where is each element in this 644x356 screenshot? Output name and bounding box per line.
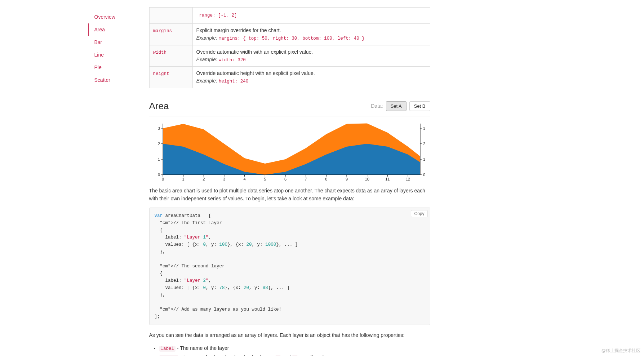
svg-text:5: 5 (264, 177, 266, 181)
example-label: Example: (196, 35, 217, 41)
nav-line[interactable]: Line (88, 49, 146, 61)
svg-text:7: 7 (305, 177, 307, 181)
code-example-block: Copy var areaChartData = [ "cm">// The f… (149, 208, 430, 325)
prop-label-desc: - The name of the layer (176, 345, 229, 351)
area-chart: 012301230123456789101112 (149, 121, 430, 184)
option-desc-width: Override automatic width with an explici… (196, 48, 426, 56)
svg-text:1: 1 (182, 177, 184, 181)
option-desc-margins: Explicit margin overrides for the chart. (196, 27, 426, 34)
svg-text:6: 6 (284, 177, 286, 181)
svg-text:0: 0 (157, 173, 160, 177)
section-heading-area: Area (149, 99, 169, 113)
after-code-paragraph: As you can see the data is arranged as a… (149, 331, 430, 339)
svg-text:10: 10 (365, 177, 369, 181)
svg-text:0: 0 (161, 177, 164, 181)
area-intro-paragraph: The basic area chart is used to plot mul… (149, 187, 430, 203)
prop-values-desc-3: coordinate) (298, 355, 324, 356)
set-a-button[interactable]: Set A (386, 101, 407, 111)
nav-scatter[interactable]: Scatter (88, 74, 146, 86)
option-example-truncated: range: [-1, 2] (199, 13, 237, 18)
svg-text:11: 11 (385, 177, 390, 181)
nav-overview[interactable]: Overview (88, 11, 146, 23)
svg-text:0: 0 (423, 173, 425, 177)
prop-values-desc-1: - An array of values (each value having … (178, 355, 275, 356)
svg-text:12: 12 (405, 177, 410, 181)
nav-area[interactable]: Area (88, 23, 146, 36)
option-desc-truncated: range: [-1, 2] (192, 8, 430, 24)
svg-text:2: 2 (423, 142, 425, 146)
main-content: range: [-1, 2] margins Explicit margin o… (146, 7, 434, 356)
options-table: range: [-1, 2] margins Explicit margin o… (149, 7, 430, 88)
prop-label-key: label (159, 346, 176, 352)
svg-text:1: 1 (423, 157, 425, 161)
option-key-truncated (149, 8, 192, 24)
watermark: @稀土掘金技术社区 (601, 347, 640, 354)
copy-button[interactable]: Copy (411, 210, 427, 217)
svg-text:3: 3 (423, 126, 425, 130)
nav-pie[interactable]: Pie (88, 61, 146, 74)
example-code-height: height: 240 (219, 79, 249, 84)
svg-text:3: 3 (157, 126, 160, 130)
prop-label: label - The name of the layer (159, 344, 430, 352)
svg-text:3: 3 (223, 177, 225, 181)
svg-text:9: 9 (345, 177, 347, 181)
option-key-margins: margins (153, 28, 172, 34)
example-code-margins: margins: { top: 50, right: 30, bottom: 1… (219, 36, 365, 41)
prop-values: values - An array of values (each value … (159, 354, 430, 356)
svg-text:1: 1 (157, 157, 160, 161)
property-list: label - The name of the layer values - A… (159, 344, 430, 356)
svg-text:2: 2 (203, 177, 205, 181)
svg-text:2: 2 (157, 142, 160, 146)
prop-values-desc-2: and (281, 355, 292, 356)
nav-bar[interactable]: Bar (88, 36, 146, 49)
option-desc-height: Override automatic height with an explic… (196, 70, 426, 77)
svg-text:4: 4 (243, 177, 245, 181)
option-key-width: width (153, 50, 167, 55)
example-code-width: width: 320 (219, 58, 246, 63)
data-label: Data: (371, 102, 383, 110)
example-label: Example: (196, 78, 217, 84)
svg-text:8: 8 (325, 177, 327, 181)
example-label: Example: (196, 57, 217, 62)
option-key-height: height (153, 71, 169, 76)
sidebar-nav: Overview Area Bar Line Pie Scatter (88, 7, 146, 356)
set-b-button[interactable]: Set B (409, 101, 430, 111)
